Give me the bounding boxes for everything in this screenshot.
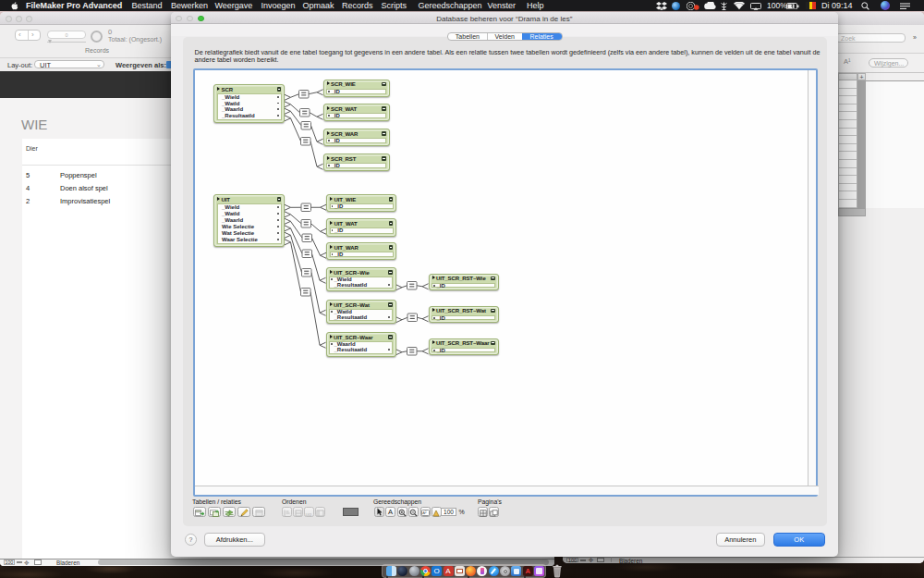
svg-text:uq: uq xyxy=(306,510,312,516)
svg-text:A²: A² xyxy=(422,510,427,515)
